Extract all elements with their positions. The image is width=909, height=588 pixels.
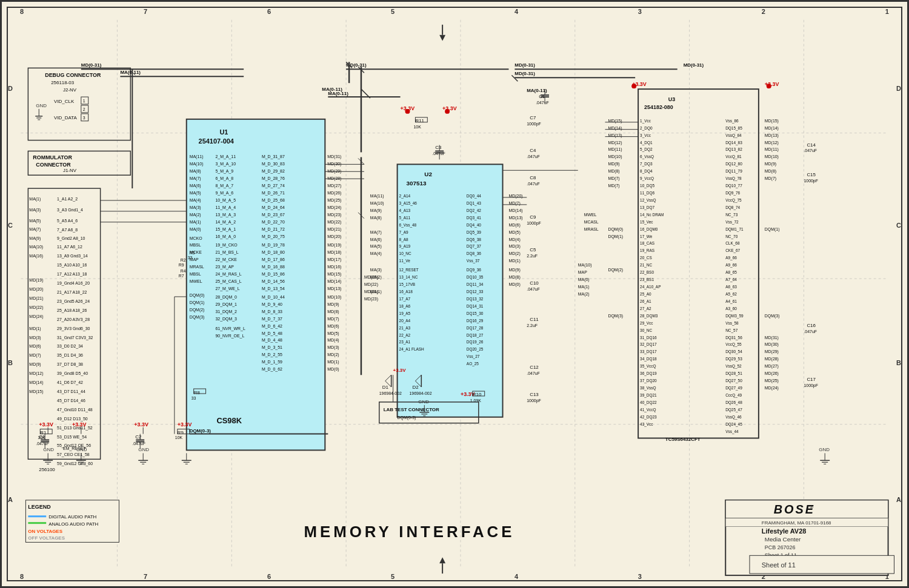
svg-text:1000pF: 1000pF <box>804 179 818 183</box>
svg-text:R7: R7 <box>179 274 184 278</box>
svg-text:DQM(3): DQM(3) <box>608 314 623 319</box>
svg-text:DQ17_28: DQ17_28 <box>467 326 484 331</box>
svg-text:MA(3): MA(3) <box>190 205 201 210</box>
svg-text:MA(5): MA(5) <box>370 244 382 249</box>
svg-text:M_D_2_55: M_D_2_55 <box>262 352 282 357</box>
svg-text:MD(13): MD(13) <box>765 133 779 138</box>
svg-text:DQ16_29: DQ16_29 <box>467 319 484 323</box>
svg-text:.047uF: .047uF <box>527 371 540 375</box>
svg-text:21_A17  A18_22: 21_A17 A18_22 <box>57 290 87 295</box>
svg-text:2.2uF: 2.2uF <box>527 323 538 328</box>
svg-text:MAP: MAP <box>578 270 587 274</box>
svg-text:MBSL: MBSL <box>190 272 201 276</box>
svg-text:MD(21): MD(21) <box>29 296 43 301</box>
svg-text:22_A2: 22_A2 <box>399 333 411 338</box>
svg-text:DQ0_44: DQ0_44 <box>467 194 481 199</box>
svg-text:DQ30_54: DQ30_54 <box>725 349 742 354</box>
svg-text:21_M_BS_L: 21_M_BS_L <box>215 250 238 255</box>
svg-text:MD(26): MD(26) <box>327 191 341 196</box>
svg-text:MA(5): MA(5) <box>29 219 41 223</box>
svg-text:36_DQ19: 36_DQ19 <box>640 371 657 376</box>
svg-text:MD(18): MD(18) <box>327 250 341 255</box>
svg-text:MD(20): MD(20) <box>29 287 43 292</box>
svg-text:MD(16): MD(16) <box>327 265 341 269</box>
svg-text:MD(7): MD(7) <box>29 353 41 358</box>
svg-text:MD(14): MD(14) <box>29 380 43 385</box>
svg-text:C7: C7 <box>530 115 536 121</box>
svg-text:MD(30): MD(30) <box>765 342 779 347</box>
svg-text:DQ9_76: DQ9_76 <box>725 191 740 196</box>
svg-text:33_D0  D2_34: 33_D0 D2_34 <box>57 344 83 349</box>
svg-point-521 <box>445 109 450 114</box>
svg-text:MD(3): MD(3) <box>29 335 41 340</box>
svg-text:MD(1): MD(1) <box>29 326 41 331</box>
svg-text:MD(8): MD(8) <box>508 275 520 280</box>
svg-text:11_A7  A6_12: 11_A7 A6_12 <box>57 245 82 249</box>
svg-text:2_M_A_11: 2_M_A_11 <box>215 154 236 159</box>
svg-text:MD(11): MD(11) <box>608 147 622 152</box>
svg-text:DQ19_26: DQ19_26 <box>467 340 484 345</box>
svg-text:A5_62: A5_62 <box>725 292 737 297</box>
svg-text:DQ26_48: DQ26_48 <box>725 400 742 405</box>
svg-text:CKE_67: CKE_67 <box>725 248 740 253</box>
svg-text:TC59S6432CFT: TC59S6432CFT <box>665 437 701 442</box>
svg-text:DQ2_42: DQ2_42 <box>467 208 481 213</box>
svg-text:D2: D2 <box>412 385 419 390</box>
svg-text:10_M_A_5: 10_M_A_5 <box>215 198 236 203</box>
svg-text:R5: R5 <box>190 251 195 255</box>
svg-text:MD(7): MD(7) <box>608 183 619 188</box>
svg-text:19_Gnd4  A16_20: 19_Gnd4 A16_20 <box>57 281 90 286</box>
svg-text:®: ® <box>810 504 813 510</box>
svg-text:33: 33 <box>188 256 193 260</box>
svg-text:DQ13_82: DQ13_82 <box>725 147 742 152</box>
svg-text:24_M_RAS_L: 24_M_RAS_L <box>215 272 241 277</box>
svg-text:MBSL: MBSL <box>190 243 201 247</box>
svg-text:VID_DATA: VID_DATA <box>54 115 77 121</box>
svg-text:Vss_86: Vss_86 <box>725 119 739 124</box>
svg-text:.047uF: .047uF <box>804 329 817 334</box>
svg-text:M_D_15_86: M_D_15_86 <box>262 272 285 277</box>
svg-text:MD(20): MD(20) <box>327 234 341 239</box>
svg-text:13_DQ7: 13_DQ7 <box>640 205 654 210</box>
svg-text:49_D12  D13_50: 49_D12 D13_50 <box>57 417 88 421</box>
svg-text:39_Gnd8  D5_40: 39_Gnd8 D5_40 <box>57 371 88 376</box>
svg-text:40_DQ22: 40_DQ22 <box>640 400 657 405</box>
main-title: MEMORY INTERFACE <box>304 524 515 541</box>
svg-text:MD(14): MD(14) <box>327 279 341 284</box>
svg-text:MD(12): MD(12) <box>765 140 779 145</box>
svg-text:MD(24): MD(24) <box>327 205 341 210</box>
svg-text:Vss_27: Vss_27 <box>467 354 480 359</box>
svg-text:VssQ_78: VssQ_78 <box>725 176 742 181</box>
svg-text:DQ25_47: DQ25_47 <box>725 408 742 412</box>
svg-text:CLK_68: CLK_68 <box>725 242 740 246</box>
svg-point-523 <box>767 84 771 88</box>
svg-text:9_VccQ: 9_VccQ <box>640 176 654 181</box>
svg-text:23_A1: 23_A1 <box>399 340 411 345</box>
svg-text:MD(19): MD(19) <box>29 278 43 283</box>
svg-text:DQ11_34: DQ11_34 <box>467 282 484 287</box>
svg-text:MD(22): MD(22) <box>327 220 341 225</box>
svg-text:U1: U1 <box>219 128 228 136</box>
svg-text:MD(28): MD(28) <box>765 357 779 362</box>
svg-text:MD(1): MD(1) <box>327 360 339 365</box>
svg-text:DQ5_39: DQ5_39 <box>467 230 481 235</box>
svg-text:A6_63: A6_63 <box>725 285 737 289</box>
svg-text:MD(0-31): MD(0-31) <box>81 62 102 68</box>
svg-text:MD(10): MD(10) <box>608 154 622 159</box>
svg-text:MD(12): MD(12) <box>29 371 43 376</box>
svg-text:2.2uF: 2.2uF <box>527 254 538 258</box>
svg-text:9_Gnd2  A8_10: 9_Gnd2 A8_10 <box>57 236 85 241</box>
svg-text:11_M_A_4: 11_M_A_4 <box>215 205 236 210</box>
svg-text:DQM(0): DQM(0) <box>608 227 623 232</box>
svg-text:10K: 10K <box>413 125 421 129</box>
svg-text:DQM(0-3): DQM(0-3) <box>398 415 416 420</box>
svg-text:DQ27_49: DQ27_49 <box>725 386 742 391</box>
svg-text:15_A10  A10_16: 15_A10 A10_16 <box>57 263 87 268</box>
svg-text:+3.3V: +3.3V <box>39 421 53 428</box>
svg-text:27_M_WE_L: 27_M_WE_L <box>215 286 239 291</box>
svg-text:VssQ_84: VssQ_84 <box>725 133 742 138</box>
svg-text:MD(2): MD(2) <box>327 352 339 357</box>
svg-text:NC_73: NC_73 <box>725 213 738 217</box>
svg-text:DQ6_38: DQ6_38 <box>467 237 481 242</box>
svg-text:34_DQ18: 34_DQ18 <box>640 357 657 362</box>
